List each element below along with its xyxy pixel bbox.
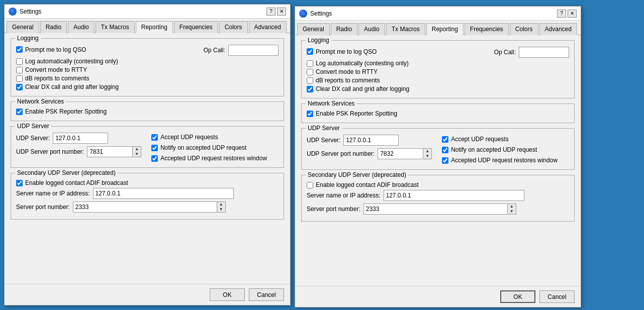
enable-broadcast-label-right: Enable logged contact ADIF broadcast xyxy=(316,181,419,188)
notify-udp-label-left: Notify on accepted UDP request xyxy=(160,144,246,151)
title-bar-right-content: Settings xyxy=(299,10,332,18)
logging-content-left: Prompt me to log QSO Op Call: Log automa… xyxy=(16,45,279,90)
udp-left-fields-left: UDP Server: UDP Server port number: ▲ ▼ xyxy=(16,133,141,160)
server-port-input-left[interactable] xyxy=(73,201,217,213)
close-button-right[interactable]: ✕ xyxy=(568,10,577,18)
tab-radio-left[interactable]: Radio xyxy=(40,21,67,33)
restore-window-checkbox-left[interactable] xyxy=(151,155,158,162)
accept-udp-checkbox-left[interactable] xyxy=(151,134,158,141)
db-reports-row-right: dB reports to comments xyxy=(307,77,569,84)
enable-broadcast-checkbox-left[interactable] xyxy=(16,180,23,186)
restore-window-label-left: Accepted UDP request restores window xyxy=(160,155,267,162)
udp-left-fields-right: UDP Server: UDP Server port number: ▲ ▼ xyxy=(307,135,432,162)
tab-frequencies-right[interactable]: Frequencies xyxy=(465,23,509,35)
op-call-row-left: Op Call: xyxy=(204,45,279,56)
ok-button-right[interactable]: OK xyxy=(500,290,535,303)
enable-psk-label-left: Enable PSK Reporter Spotting xyxy=(25,108,107,115)
enable-broadcast-checkbox-right[interactable] xyxy=(307,182,313,188)
server-port-down-btn-right[interactable]: ▼ xyxy=(508,209,516,214)
op-call-input-left[interactable] xyxy=(228,45,279,56)
tabs-left: General Radio Audio Tx Macros Reporting … xyxy=(5,19,290,33)
dialog-title-right: Settings xyxy=(310,10,332,17)
enable-psk-checkbox-right[interactable] xyxy=(307,111,313,117)
restore-window-checkbox-right[interactable] xyxy=(442,157,448,164)
logging-title-left: Logging xyxy=(15,35,41,42)
convert-rtty-checkbox-left[interactable] xyxy=(16,67,23,73)
log-auto-checkbox-left[interactable] xyxy=(16,58,23,65)
help-button-right[interactable]: ? xyxy=(557,10,566,18)
server-port-input-right[interactable] xyxy=(363,203,507,215)
prompt-log-label-right: Prompt me to log QSO xyxy=(316,48,377,55)
udp-port-input-right[interactable] xyxy=(378,148,423,159)
udp-port-spinner-btns-left: ▲ ▼ xyxy=(132,146,141,157)
clear-dx-row-right: Clear DX call and grid after logging xyxy=(307,85,569,92)
udp-port-input-left[interactable] xyxy=(87,146,132,157)
network-services-section-right: Network Services Enable PSK Reporter Spo… xyxy=(301,104,575,123)
udp-port-spinner-right: ▲ ▼ xyxy=(378,148,432,159)
notify-udp-checkbox-left[interactable] xyxy=(151,145,158,151)
server-port-up-btn-right[interactable]: ▲ xyxy=(508,204,516,209)
tab-audio-left[interactable]: Audio xyxy=(68,21,95,33)
clear-dx-checkbox-left[interactable] xyxy=(16,84,23,90)
convert-rtty-checkbox-right[interactable] xyxy=(307,69,313,75)
tab-audio-right[interactable]: Audio xyxy=(358,23,385,35)
enable-broadcast-row-left: Enable logged contact ADIF broadcast xyxy=(16,179,279,186)
udp-server-title-right: UDP Server xyxy=(306,125,342,132)
server-name-input-left[interactable] xyxy=(93,188,234,199)
notify-udp-checkbox-right[interactable] xyxy=(442,147,448,153)
tab-general-left[interactable]: General xyxy=(7,21,39,33)
udp-server-input-left[interactable] xyxy=(53,133,108,144)
prompt-log-checkbox-left[interactable] xyxy=(16,46,23,53)
tab-advanced-right[interactable]: Advanced xyxy=(539,23,577,35)
udp-port-down-btn-right[interactable]: ▼ xyxy=(423,154,431,159)
tab-radio-right[interactable]: Radio xyxy=(331,23,357,35)
accept-udp-row-left: Accept UDP requests xyxy=(151,134,267,141)
close-button-left[interactable]: ✕ xyxy=(277,8,286,16)
udp-port-up-btn-right[interactable]: ▲ xyxy=(423,149,431,154)
help-button-left[interactable]: ? xyxy=(266,8,275,16)
enable-psk-label-right: Enable PSK Reporter Spotting xyxy=(316,110,397,117)
logging-section-right: Logging Prompt me to log QSO Op Call: Lo… xyxy=(301,40,575,98)
udp-server-label-left: UDP Server: xyxy=(16,135,50,142)
tab-tx-macros-left[interactable]: Tx Macros xyxy=(96,21,135,33)
log-auto-checkbox-right[interactable] xyxy=(307,60,313,67)
ok-button-left[interactable]: OK xyxy=(210,288,245,301)
tab-reporting-left[interactable]: Reporting xyxy=(136,21,173,33)
udp-server-label-right: UDP Server: xyxy=(307,137,340,144)
notify-udp-row-left: Notify on accepted UDP request xyxy=(151,144,267,151)
udp-port-up-btn-left[interactable]: ▲ xyxy=(133,147,141,152)
tab-advanced-left[interactable]: Advanced xyxy=(249,21,287,33)
udp-port-down-btn-left[interactable]: ▼ xyxy=(133,152,141,157)
udp-right-checkboxes-right: Accept UDP requests Notify on accepted U… xyxy=(442,136,558,165)
tab-colors-right[interactable]: Colors xyxy=(510,23,538,35)
tab-tx-macros-right[interactable]: Tx Macros xyxy=(386,23,425,35)
udp-server-field-row-right: UDP Server: xyxy=(307,135,432,146)
content-left: Logging Prompt me to log QSO Op Call: Lo… xyxy=(5,33,290,284)
cancel-button-right[interactable]: Cancel xyxy=(539,290,575,303)
server-name-input-right[interactable] xyxy=(384,190,524,201)
server-name-label-right: Server name or IP address: xyxy=(307,192,381,199)
title-bar-left: Settings ? ✕ xyxy=(5,5,290,19)
op-call-input-right[interactable] xyxy=(519,47,569,58)
udp-server-content-right: UDP Server: UDP Server port number: ▲ ▼ xyxy=(307,135,569,165)
server-port-down-btn-left[interactable]: ▼ xyxy=(217,207,225,212)
prompt-log-checkbox-right[interactable] xyxy=(307,48,313,55)
clear-dx-checkbox-right[interactable] xyxy=(307,86,313,92)
cancel-button-left[interactable]: Cancel xyxy=(249,288,284,301)
server-port-up-btn-left[interactable]: ▲ xyxy=(217,202,225,207)
log-auto-label-right: Log automatically (contesting only) xyxy=(316,60,409,67)
udp-server-input-right[interactable] xyxy=(343,135,399,146)
tab-general-right[interactable]: General xyxy=(297,23,330,35)
secondary-udp-content-right: Enable logged contact ADIF broadcast Ser… xyxy=(307,181,569,215)
tab-colors-left[interactable]: Colors xyxy=(219,21,248,33)
enable-broadcast-row-right: Enable logged contact ADIF broadcast xyxy=(307,181,569,188)
udp-server-content-left: UDP Server: UDP Server port number: ▲ ▼ xyxy=(16,133,279,163)
tab-frequencies-left[interactable]: Frequencies xyxy=(174,21,218,33)
db-reports-checkbox-right[interactable] xyxy=(307,77,313,84)
clear-dx-label-right: Clear DX call and grid after logging xyxy=(316,85,409,92)
network-services-content-right: Enable PSK Reporter Spotting xyxy=(307,110,569,117)
accept-udp-checkbox-right[interactable] xyxy=(442,136,448,143)
tab-reporting-right[interactable]: Reporting xyxy=(426,23,464,35)
db-reports-checkbox-left[interactable] xyxy=(16,75,23,82)
enable-psk-checkbox-left[interactable] xyxy=(16,109,23,115)
